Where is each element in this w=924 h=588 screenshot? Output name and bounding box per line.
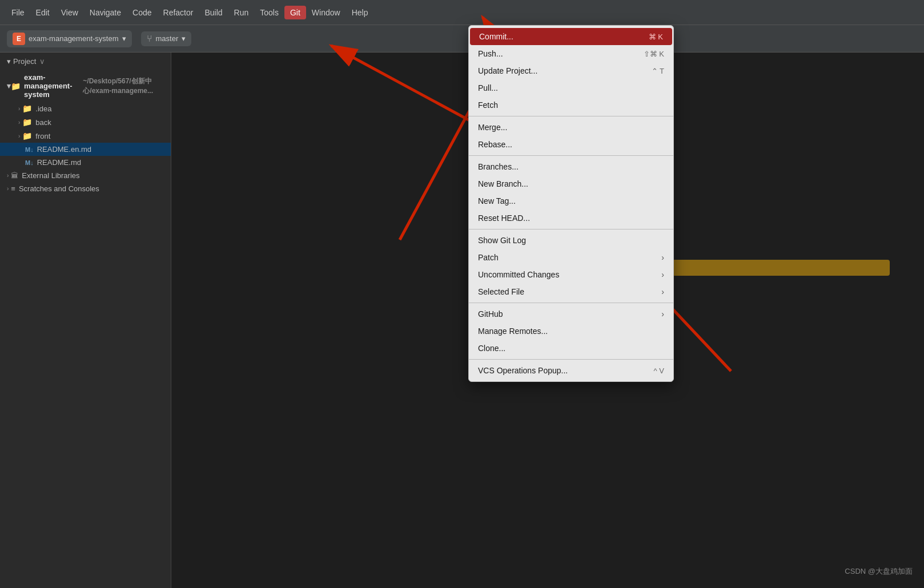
git-menu-push-label: Push... (478, 49, 503, 58)
project-dropdown-icon: ▾ (122, 34, 126, 43)
git-menu-show-log-label: Show Git Log (478, 236, 526, 245)
back-expand: › (18, 119, 20, 126)
front-label: front (35, 132, 50, 140)
ext-lib-expand: › (7, 172, 9, 179)
tree-item-idea[interactable]: › 📁 .idea (0, 102, 171, 115)
branch-icon: ⑂ (147, 34, 152, 44)
idea-folder-icon: 📁 (22, 104, 32, 113)
root-path: ~/Desktop/567/创新中心/exam-manageme... (83, 76, 164, 96)
git-menu-selected-file-label: Selected File (478, 287, 524, 296)
git-menu-clone-label: Clone... (478, 344, 505, 353)
menu-help[interactable]: Help (346, 6, 374, 19)
branch-name: master (156, 34, 179, 43)
root-folder-icon: 📁 (11, 82, 21, 91)
git-menu-github[interactable]: GitHub › (469, 305, 673, 323)
ext-lib-label: External Libraries (22, 171, 79, 180)
project-name: exam-management-system (29, 34, 119, 43)
tree-item-readme-en[interactable]: M↓ README.en.md (0, 143, 171, 156)
menu-refactor[interactable]: Refactor (158, 6, 199, 19)
git-dropdown-menu: Commit... ⌘ K Push... ⇧⌘ K Update Projec… (468, 25, 674, 382)
scratches-label: Scratches and Consoles (19, 184, 99, 193)
git-menu-uncommitted-changes[interactable]: Uncommitted Changes › (469, 266, 673, 283)
menu-view[interactable]: View (55, 6, 84, 19)
root-expand-arrow: ▾ (7, 82, 11, 90)
tree-item-front[interactable]: › 📁 front (0, 129, 171, 143)
git-menu-commit-shortcut: ⌘ K (649, 33, 663, 41)
git-menu-update-project-label: Update Project... (478, 66, 537, 75)
git-menu-update-project-shortcut: ⌃ T (652, 67, 664, 75)
menu-window[interactable]: Window (306, 6, 346, 19)
tree-item-readme[interactable]: M↓ README.md (0, 156, 171, 169)
sidebar-chevron: ∨ (39, 57, 45, 66)
sidebar-header[interactable]: ▾ Project ∨ (0, 53, 171, 70)
git-menu-rebase-label: Rebase... (478, 140, 512, 149)
git-menu-manage-remotes[interactable]: Manage Remotes... (469, 323, 673, 340)
sidebar: ▾ Project ∨ ▾ 📁 exam-management-system ~… (0, 53, 171, 588)
readme-en-label: README.en.md (37, 145, 91, 154)
git-menu-merge[interactable]: Merge... (469, 119, 673, 136)
git-menu-push-shortcut: ⇧⌘ K (644, 50, 664, 58)
tree-item-back[interactable]: › 📁 back (0, 115, 171, 129)
git-menu-branches-label: Branches... (478, 162, 519, 171)
menu-code[interactable]: Code (127, 6, 157, 19)
git-menu-patch-label: Patch (478, 253, 499, 262)
git-menu-push[interactable]: Push... ⇧⌘ K (469, 45, 673, 62)
branch-selector[interactable]: ⑂ master ▾ (141, 31, 192, 46)
back-folder-icon: 📁 (22, 118, 32, 127)
menubar: File Edit View Navigate Code Refactor Bu… (0, 0, 924, 25)
readme-label: README.md (37, 158, 81, 167)
git-menu-new-tag-label: New Tag... (478, 196, 516, 206)
git-menu-fetch-label: Fetch (478, 100, 498, 110)
project-selector[interactable]: E exam-management-system ▾ (7, 30, 132, 47)
tree-item-external-libraries[interactable]: › 🏛 External Libraries (0, 169, 171, 182)
git-menu-new-branch[interactable]: New Branch... (469, 175, 673, 192)
git-menu-vcs-popup[interactable]: VCS Operations Popup... ^ V (469, 362, 673, 379)
git-menu-patch-arrow: › (661, 253, 664, 262)
git-menu-fetch[interactable]: Fetch (469, 96, 673, 114)
menu-run[interactable]: Run (228, 6, 255, 19)
idea-label: .idea (35, 104, 51, 113)
readme-en-badge: M↓ (25, 146, 34, 153)
git-menu-selected-file-arrow: › (661, 287, 664, 296)
sidebar-title: Project (13, 57, 36, 66)
separator-4 (469, 303, 673, 303)
git-menu-commit[interactable]: Commit... ⌘ K (470, 28, 672, 45)
menu-tools[interactable]: Tools (254, 6, 284, 19)
git-menu-rebase[interactable]: Rebase... (469, 136, 673, 153)
git-menu-update-project[interactable]: Update Project... ⌃ T (469, 62, 673, 79)
separator-3 (469, 229, 673, 229)
git-menu-vcs-popup-label: VCS Operations Popup... (478, 366, 568, 375)
git-menu-show-log[interactable]: Show Git Log (469, 232, 673, 249)
git-menu-patch[interactable]: Patch › (469, 249, 673, 266)
git-menu-github-arrow: › (661, 309, 664, 319)
tree-root[interactable]: ▾ 📁 exam-management-system ~/Desktop/567… (0, 70, 171, 102)
readme-badge: M↓ (25, 159, 34, 166)
menu-git[interactable]: Git (284, 6, 306, 19)
git-menu-reset-head-label: Reset HEAD... (478, 214, 530, 223)
menu-build[interactable]: Build (199, 6, 228, 19)
menu-file[interactable]: File (6, 6, 30, 19)
git-menu-selected-file[interactable]: Selected File › (469, 283, 673, 300)
ext-lib-icon: 🏛 (11, 171, 18, 180)
back-label: back (35, 118, 51, 127)
scratches-expand: › (7, 186, 9, 192)
project-icon: E (13, 33, 25, 45)
git-menu-new-branch-label: New Branch... (478, 179, 528, 188)
csdn-watermark: CSDN @大盘鸡加面 (845, 566, 913, 577)
git-menu-new-tag[interactable]: New Tag... (469, 192, 673, 210)
front-expand: › (18, 133, 20, 139)
git-menu-github-label: GitHub (478, 309, 503, 319)
root-label: exam-management-system (24, 73, 79, 99)
menu-edit[interactable]: Edit (30, 6, 55, 19)
git-menu-reset-head[interactable]: Reset HEAD... (469, 210, 673, 227)
front-folder-icon: 📁 (22, 131, 32, 140)
git-menu-branches[interactable]: Branches... (469, 158, 673, 175)
tree-item-scratches[interactable]: › ≡ Scratches and Consoles (0, 182, 171, 195)
separator-5 (469, 359, 673, 360)
toolbar: E exam-management-system ▾ ⑂ master ▾ (0, 25, 924, 53)
git-menu-clone[interactable]: Clone... (469, 340, 673, 357)
menu-navigate[interactable]: Navigate (84, 6, 127, 19)
sidebar-collapse-arrow: ▾ (7, 57, 11, 66)
git-menu-pull[interactable]: Pull... (469, 79, 673, 96)
git-menu-uncommitted-arrow: › (661, 270, 664, 279)
